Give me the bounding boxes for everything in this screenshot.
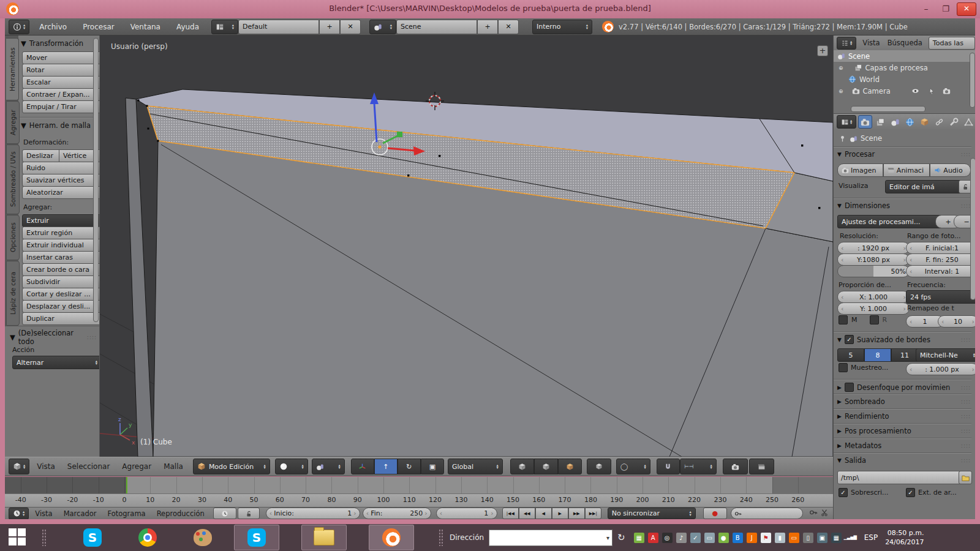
current-frame-line[interactable] (126, 477, 127, 493)
play-reverse-button[interactable]: ◀ (535, 508, 552, 519)
tool-button-rotar[interactable]: Rotar (22, 64, 100, 77)
occlude-geometry-button[interactable] (587, 459, 611, 474)
tool-button-insertar-caras[interactable]: Insertar caras (22, 251, 100, 264)
modifiers-tab[interactable] (948, 116, 960, 128)
timeline-ruler[interactable]: -40-30-20-100102030405060708090100110120… (5, 493, 833, 507)
fps-dropdown[interactable]: 24 fps▴▾ (906, 290, 975, 304)
add-region-plus-button[interactable]: + (817, 45, 828, 56)
border-checkbox[interactable] (839, 315, 848, 324)
minimize-button[interactable]: – (918, 3, 935, 15)
jump-to-end-button[interactable]: ▶▶| (585, 508, 601, 519)
outliner-item-scene[interactable]: Scene (834, 50, 975, 62)
extension-checkbox[interactable]: ✓ (906, 488, 915, 497)
panel-header-pos-procesamiento[interactable]: ▶Pos procesamiento:::: (837, 427, 971, 435)
opengl-render-button[interactable] (723, 459, 748, 474)
tray-volume-muted-icon[interactable]: ♪ (676, 533, 687, 543)
select-mode-edge-button[interactable] (534, 459, 558, 474)
editor-type-properties-button[interactable]: ▴▾ (837, 115, 856, 129)
time-display-button[interactable] (213, 508, 236, 519)
tray-security-icon[interactable]: ▣ (817, 533, 827, 543)
frame-end-field[interactable]: ‹Fin:250› (363, 508, 431, 519)
frame-step-field[interactable]: ‹Interval: 1› (906, 265, 975, 277)
taskbar-app-folder[interactable] (301, 525, 347, 550)
tray-disc-icon[interactable]: ◎ (662, 533, 673, 543)
full-sample-checkbox[interactable] (839, 363, 848, 372)
filter-size-field[interactable]: ‹: 1.000 px› (906, 363, 975, 375)
select-mode-face-button[interactable] (558, 459, 582, 474)
editor-type-timeline-button[interactable]: ▴▾ (9, 508, 29, 520)
record-button[interactable]: ● (703, 508, 727, 519)
constraints-tab[interactable] (933, 116, 946, 128)
tool-button-mover[interactable]: Mover (22, 51, 100, 64)
outliner-item-camera[interactable]: ⊕Camera (834, 85, 975, 97)
timeline-menu-marcador[interactable]: Marcador (64, 509, 97, 518)
resolution-x-field[interactable]: ‹: 1920 px› (837, 242, 910, 254)
tray-media-icon[interactable]: ▦ (634, 533, 644, 543)
display-dropdown[interactable]: Editor de imá▴▾ (885, 180, 966, 193)
render-anim-button[interactable]: Animaci (883, 163, 930, 177)
scene-tab[interactable] (889, 116, 902, 128)
view3d-menu-vista[interactable]: Vista (37, 462, 55, 471)
tray-battery-icon[interactable]: ▮ (775, 533, 785, 543)
av-sync-dropdown[interactable]: No sincronizar▴▾ (608, 508, 696, 519)
timeline-menu-reproduccin[interactable]: Reproducción (157, 509, 205, 518)
delete-keyframe-button[interactable] (820, 508, 829, 519)
mode-dropdown[interactable]: Modo Edición▴▾ (193, 459, 270, 474)
editor-type-info-button[interactable]: ▴▾ (9, 20, 29, 34)
snap-element-dropdown[interactable]: ⊢⊣▴▾ (680, 459, 717, 474)
frame-end-field[interactable]: ‹F. fin: 250› (906, 253, 975, 266)
scene-add-button[interactable]: + (477, 20, 498, 34)
taskbar-grip[interactable] (42, 529, 47, 546)
panel-checkbox[interactable]: ✓ (845, 335, 854, 344)
scale-manipulator-button[interactable]: ▣ (421, 459, 444, 474)
remap-new-field[interactable]: ‹10› (938, 315, 975, 328)
mesh-tools-panel-header[interactable]: ▼Herram. de malla (21, 121, 91, 130)
refresh-button[interactable]: ↻ (617, 532, 625, 543)
tray-usb-icon[interactable]: ✓ (690, 533, 701, 543)
taskbar-app-paint[interactable] (194, 529, 212, 546)
layout-unlink-button[interactable]: ✕ (340, 20, 361, 34)
tool-button-ruido[interactable]: Ruido (22, 162, 100, 174)
jump-to-start-button[interactable]: |◀◀ (502, 508, 519, 519)
taskbar-app-skype-running[interactable]: S (234, 525, 279, 550)
tool-button-extruir-regi-n[interactable]: Extruir región (22, 227, 100, 239)
timeline-menu-fotograma[interactable]: Fotograma (108, 509, 146, 518)
tool-button-contraer-expan-[interactable]: Contraer / Expan... (22, 88, 100, 101)
tray-battery-saver-icon[interactable]: ● (718, 533, 729, 543)
frame-start-field[interactable]: ‹F. inicial:1› (906, 242, 975, 254)
panel-header-suavizado-de-bordes[interactable]: ▼✓Suavizado de bordes:::: (837, 335, 971, 344)
outliner-item-world[interactable]: World (834, 73, 975, 85)
render-image-button[interactable]: Imagen (837, 163, 883, 177)
taskbar-grip-2[interactable] (439, 529, 443, 546)
tray-adobe-icon[interactable]: A (648, 533, 658, 543)
info-menu-procesar[interactable]: Procesar (83, 23, 115, 31)
object-tab[interactable] (918, 116, 931, 128)
viewport-3d[interactable]: zyx Usuario (persp) (1) Cube + (100, 36, 833, 457)
tray-flag-icon[interactable]: ⚑ (761, 533, 771, 543)
viewport-shading-dropdown[interactable]: ▴▾ (275, 459, 308, 474)
view3d-menu-seleccionar[interactable]: Seleccionar (67, 462, 110, 471)
tool-tab-sombreado-uvs[interactable]: Sombreado / UVs (6, 144, 20, 214)
tool-shelf-scrollbar[interactable] (93, 38, 99, 322)
file-browse-button[interactable] (959, 471, 972, 484)
insert-keyframe-button[interactable] (809, 508, 818, 519)
door-mesh[interactable] (126, 89, 833, 457)
scene-browse-button[interactable]: ▴▾ (369, 20, 396, 34)
info-menu-ventana[interactable]: Ventana (130, 23, 160, 31)
tool-button-extruir-individual[interactable]: Extruir individual (22, 239, 100, 252)
maximize-button[interactable]: ❐ (937, 3, 954, 15)
tray-java-icon[interactable]: J (747, 533, 757, 543)
aa-samples-8-button[interactable]: 8 (864, 348, 891, 362)
tool-button-escalar[interactable]: Escalar (22, 76, 100, 89)
output-path-field[interactable]: /tmp\ (837, 471, 965, 484)
timeline-canvas[interactable] (5, 477, 833, 493)
tool-tab-l-piz-de-cera[interactable]: Lápiz de cera (6, 261, 20, 326)
next-keyframe-button[interactable]: ▶▶ (568, 508, 585, 519)
tool-button-duplicar[interactable]: Duplicar (22, 312, 100, 325)
panel-header-procesar[interactable]: ▼Procesar:::: (837, 150, 971, 159)
tool-tab-agregar[interactable]: Agregar (6, 101, 20, 144)
address-combobox[interactable]: ▾ (489, 530, 612, 546)
close-button[interactable]: ✕ (957, 2, 976, 16)
tool-button-empujar-tirar[interactable]: Empujar / Tirar (22, 100, 100, 113)
orientation-dropdown[interactable]: Global▴▾ (448, 459, 503, 474)
